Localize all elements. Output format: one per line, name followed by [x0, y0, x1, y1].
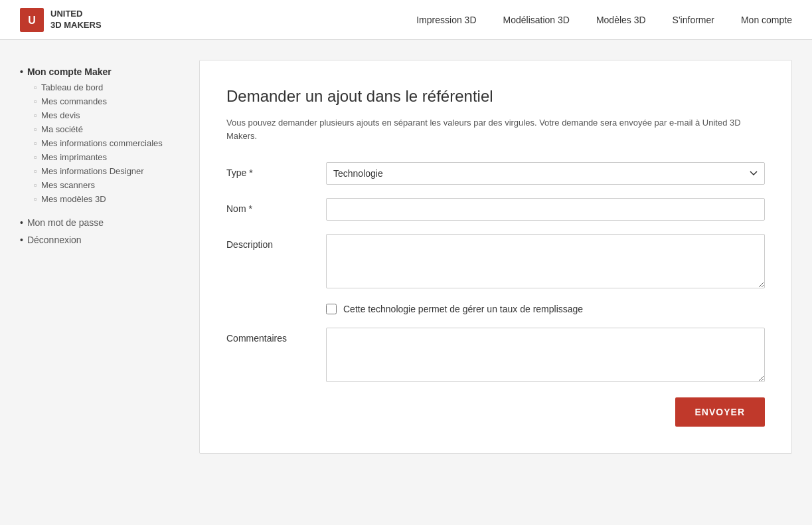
sidebar-item-mes-devis[interactable]: Mes devis: [33, 110, 179, 120]
description-control: [326, 234, 765, 290]
nav-mon-compte[interactable]: Mon compte: [741, 15, 792, 25]
logo-text: UNITED 3D MAKERS: [50, 9, 102, 31]
nav-modeles[interactable]: Modèles 3D: [596, 15, 646, 25]
main-form-container: Demander un ajout dans le référentiel Vo…: [199, 60, 792, 454]
nav-modelisation[interactable]: Modélisation 3D: [503, 15, 570, 25]
sidebar-item-mes-commandes[interactable]: Mes commandes: [33, 96, 179, 106]
type-label: Type *: [226, 162, 313, 178]
sidebar-item-ma-societe[interactable]: Ma société: [33, 124, 179, 134]
form-row-nom: Nom *: [226, 198, 765, 221]
sidebar-link-deconnexion[interactable]: Déconnexion: [20, 235, 179, 245]
send-button[interactable]: ENVOYER: [675, 397, 765, 427]
commentaires-label: Commentaires: [226, 328, 313, 344]
sidebar-items-list: Tableau de bord Mes commandes Mes devis …: [20, 82, 179, 204]
sidebar-item-mes-informations-commerciales[interactable]: Mes informations commerciales: [33, 138, 179, 148]
logo-icon: U: [20, 8, 44, 32]
sidebar-item-tableau-de-bord[interactable]: Tableau de bord: [33, 82, 179, 92]
sidebar-item-mes-scanners[interactable]: Mes scanners: [33, 180, 179, 190]
remplissage-checkbox[interactable]: [326, 304, 337, 314]
sidebar-section-title: Mon compte Maker: [20, 66, 179, 77]
nav-sinformer[interactable]: S'informer: [673, 15, 714, 25]
nom-label: Nom *: [226, 198, 313, 214]
nom-control: [326, 198, 765, 221]
remplissage-label: Cette technologie permet de gérer un tau…: [343, 304, 583, 314]
svg-text:U: U: [28, 15, 36, 26]
header: U UNITED 3D MAKERS Impression 3D Modélis…: [0, 0, 812, 40]
form-row-commentaires: Commentaires: [226, 328, 765, 384]
form-description: Vous pouvez demander plusieurs ajouts en…: [226, 116, 765, 142]
commentaires-textarea[interactable]: [326, 328, 765, 382]
nav-impression[interactable]: Impression 3D: [416, 15, 476, 25]
description-textarea[interactable]: [326, 234, 765, 288]
form-row-description: Description: [226, 234, 765, 290]
form-actions: ENVOYER: [226, 397, 765, 427]
sidebar-item-mes-informations-designer[interactable]: Mes informations Designer: [33, 166, 179, 176]
logo[interactable]: U UNITED 3D MAKERS: [20, 8, 102, 32]
commentaires-control: [326, 328, 765, 384]
checkbox-row-remplissage: Cette technologie permet de gérer un tau…: [226, 304, 765, 314]
page-content: Mon compte Maker Tableau de bord Mes com…: [0, 40, 812, 474]
form-row-type: Type * Technologie Matière Couleur Finit…: [226, 162, 765, 185]
sidebar-item-mes-modeles-3d[interactable]: Mes modèles 3D: [33, 194, 179, 204]
type-select[interactable]: Technologie Matière Couleur Finition: [326, 162, 765, 185]
sidebar-section-compte: Mon compte Maker Tableau de bord Mes com…: [20, 66, 179, 204]
sidebar-link-mot-de-passe[interactable]: Mon mot de passe: [20, 217, 179, 228]
form-title: Demander un ajout dans le référentiel: [226, 87, 765, 106]
sidebar: Mon compte Maker Tableau de bord Mes com…: [20, 60, 179, 454]
main-nav: Impression 3D Modélisation 3D Modèles 3D…: [416, 15, 792, 25]
description-label: Description: [226, 234, 313, 250]
type-control: Technologie Matière Couleur Finition: [326, 162, 765, 185]
sidebar-item-mes-imprimantes[interactable]: Mes imprimantes: [33, 152, 179, 162]
nom-input[interactable]: [326, 198, 765, 221]
